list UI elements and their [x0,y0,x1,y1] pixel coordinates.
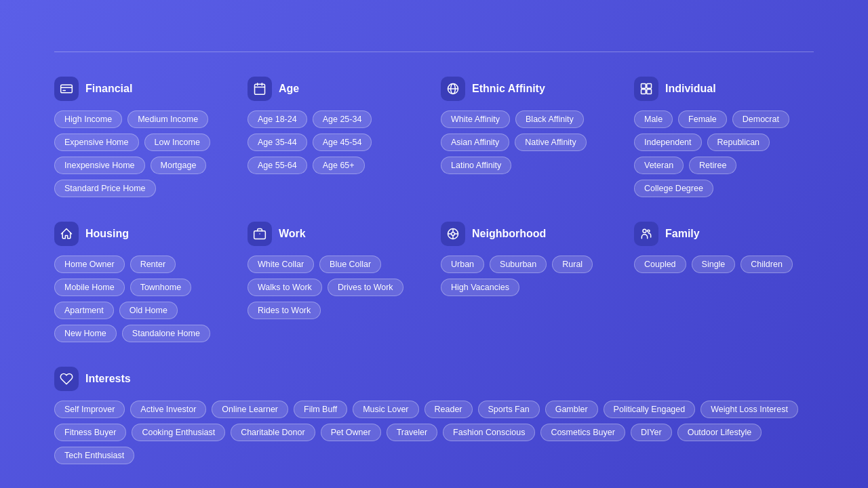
work-icon [248,222,272,246]
tag[interactable]: College Degree [634,180,713,197]
section-title-work: Work [279,228,306,240]
interest-tag[interactable]: Fitness Buyer [54,424,126,441]
tag[interactable]: Inexpensive Home [54,157,145,174]
tag[interactable]: Independent [634,134,702,151]
svg-rect-10 [642,84,646,89]
tag[interactable]: Female [678,110,727,128]
tag[interactable]: Age 65+ [313,157,365,174]
tag[interactable]: High Income [54,110,122,128]
interest-tag[interactable]: Active Investor [130,401,206,418]
interests-header: Interests [54,367,814,391]
tag[interactable]: Standard Price Home [54,180,156,197]
tag[interactable]: Children [741,256,793,273]
tag[interactable]: Standalone Home [122,325,210,342]
interest-tag[interactable]: Outdoor Lifestyle [677,424,762,441]
tag[interactable]: New Home [54,325,117,342]
interest-tag[interactable]: Music Lover [353,401,418,418]
interest-tag[interactable]: Sports Fan [478,401,540,418]
tag[interactable]: Low Income [144,134,210,151]
tag[interactable]: Mobile Home [54,279,125,296]
financial-icon [54,77,79,101]
individual-icon [634,77,658,101]
tag[interactable]: Age 25-34 [313,110,372,128]
tag[interactable]: Age 18-24 [248,110,307,128]
tag[interactable]: Latino Affinity [441,157,511,174]
tag[interactable]: Veteran [634,157,684,174]
interest-tag[interactable]: Cooking Enthusiast [132,424,225,441]
globe-icon [441,77,465,101]
tag[interactable]: Townhome [130,279,191,296]
tag[interactable]: Drives to Work [328,279,403,296]
interest-tag[interactable]: Cosmetics Buyer [540,424,625,441]
tag[interactable]: Age 35-44 [248,134,307,151]
tags-container-neighborhood: UrbanSuburbanRuralHigh Vacancies [441,256,620,296]
tag[interactable]: Walks to Work [248,279,322,296]
section-ethnic-affinity: Ethnic AffinityWhite AffinityBlack Affin… [441,77,620,197]
section-title-financial: Financial [85,83,132,95]
tag[interactable]: Native Affinity [515,134,587,151]
section-header-financial: Financial [54,77,234,101]
interest-tag[interactable]: Politically Engaged [604,401,696,418]
tag[interactable]: Expensive Home [54,134,139,151]
tag[interactable]: Suburban [490,256,547,273]
section-individual: IndividualMaleFemaleDemocratIndependentR… [634,77,814,197]
tag[interactable]: Apartment [54,302,114,319]
section-work: WorkWhite CollarBlue CollarWalks to Work… [248,222,427,342]
tag[interactable]: Retiree [689,157,736,174]
tag[interactable]: Democrat [732,110,789,128]
tag[interactable]: High Vacancies [441,279,519,296]
tag[interactable]: Male [634,110,673,128]
tag[interactable]: Black Affinity [515,110,584,128]
interest-tag[interactable]: Traveler [387,424,437,441]
svg-rect-13 [647,89,652,94]
tag[interactable]: Single [692,256,736,273]
tag[interactable]: Age 55-64 [248,157,307,174]
svg-rect-12 [642,89,646,94]
tag[interactable]: Old Home [119,302,178,319]
tag[interactable]: White Collar [248,256,314,273]
svg-rect-11 [647,84,652,89]
interest-tag[interactable]: DIYer [631,424,672,441]
section-header-neighborhood: Neighborhood [441,222,620,246]
page-container: FinancialHigh IncomeMedium IncomeExpensi… [0,0,868,488]
tag[interactable]: White Affinity [441,110,510,128]
family-icon [634,222,658,246]
interest-tag[interactable]: Self Improver [54,401,125,418]
section-header-age: Age [248,77,427,101]
tag[interactable]: Home Owner [54,256,125,273]
tags-container-individual: MaleFemaleDemocratIndependentRepublicanV… [634,110,814,197]
interest-tag[interactable]: Tech Enthusiast [54,447,134,464]
interest-tag[interactable]: Pet Owner [321,424,381,441]
title-divider [54,52,814,52]
tag[interactable]: Age 45-54 [313,134,372,151]
section-header-family: Family [634,222,814,246]
interests-tags-container: Self ImproverActive InvestorOnline Learn… [54,401,814,464]
interest-tag[interactable]: Film Buff [294,401,347,418]
neighborhood-icon [441,222,465,246]
interest-tag[interactable]: Gambler [545,401,598,418]
tag[interactable]: Rides to Work [248,302,321,319]
tag[interactable]: Asian Affinity [441,134,509,151]
tag[interactable]: Renter [130,256,176,273]
section-header-work: Work [248,222,427,246]
interest-tag[interactable]: Weight Loss Interest [701,401,798,418]
section-housing: HousingHome OwnerRenterMobile HomeTownho… [54,222,234,342]
tag[interactable]: Medium Income [127,110,208,128]
interest-tag[interactable]: Fashion Conscious [443,424,535,441]
svg-rect-14 [254,231,266,239]
interest-tag[interactable]: Charitable Donor [231,424,315,441]
section-age: AgeAge 18-24Age 25-34Age 35-44Age 45-54A… [248,77,427,197]
interest-tag[interactable]: Reader [425,401,473,418]
tag[interactable]: Mortgage [151,157,207,174]
interest-tag[interactable]: Online Learner [212,401,288,418]
tags-container-housing: Home OwnerRenterMobile HomeTownhomeApart… [54,256,234,342]
tag[interactable]: Coupled [634,256,686,273]
section-title-housing: Housing [85,228,129,240]
section-neighborhood: NeighborhoodUrbanSuburbanRuralHigh Vacan… [441,222,620,342]
tag[interactable]: Urban [441,256,484,273]
tag[interactable]: Rural [552,256,593,273]
tag[interactable]: Republican [707,134,770,151]
section-header-ethnic-affinity: Ethnic Affinity [441,77,620,101]
section-header-housing: Housing [54,222,234,246]
tag[interactable]: Blue Collar [319,256,381,273]
